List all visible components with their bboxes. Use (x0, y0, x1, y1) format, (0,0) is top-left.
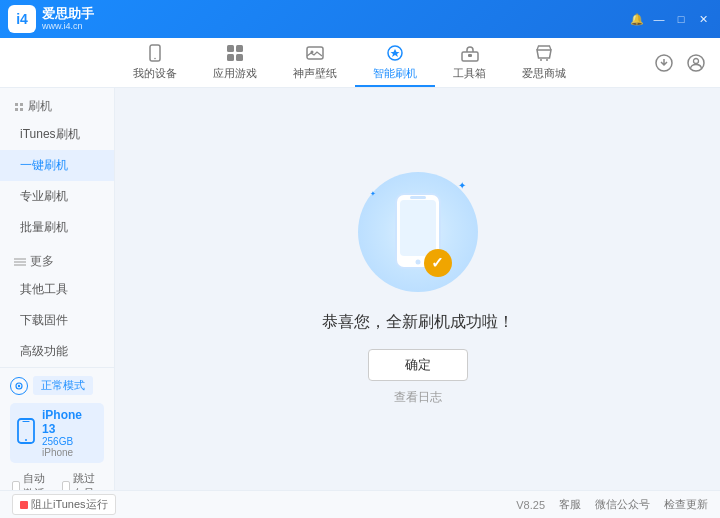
svg-rect-31 (410, 196, 426, 199)
sidebar-item-pro-flash[interactable]: 专业刷机 (0, 181, 114, 212)
confirm-button[interactable]: 确定 (368, 349, 468, 381)
content-area: ✦ ✦ ✓ 恭喜您，全新刷机成功啦！ 确定 查看日志 (115, 88, 720, 490)
app-logo: i4 爱思助手 www.i4.cn (8, 5, 94, 33)
success-message: 恭喜您，全新刷机成功啦！ (322, 312, 514, 333)
sidebar-item-other-tools[interactable]: 其他工具 (0, 274, 114, 305)
checkbox-box-skip[interactable] (62, 481, 70, 491)
close-button[interactable]: ✕ (694, 10, 712, 28)
mode-icon (10, 377, 28, 395)
sparkle-top-right: ✦ (458, 180, 466, 191)
support-link[interactable]: 客服 (559, 497, 581, 512)
footer: 阻止iTunes运行 V8.25 客服 微信公众号 检查更新 (0, 490, 720, 518)
svg-point-12 (546, 59, 548, 61)
sidebar-item-itunes-flash[interactable]: iTunes刷机 (0, 119, 114, 150)
phone-illustration: ✓ (392, 192, 444, 273)
nav-item-smart-flash[interactable]: 智能刷机 (355, 38, 435, 87)
svg-rect-19 (20, 108, 23, 111)
device-mode: 正常模式 (10, 376, 104, 395)
device-icon (144, 42, 166, 64)
sidebar-item-advanced[interactable]: 高级功能 (0, 336, 114, 367)
nav-item-my-device[interactable]: 我的设备 (115, 38, 195, 87)
smart-flash-icon (384, 42, 406, 64)
skip-guide-checkbox[interactable]: 跳过向导 (62, 471, 102, 490)
maximize-button[interactable]: □ (672, 10, 690, 28)
svg-rect-3 (236, 45, 243, 52)
sidebar-item-batch-flash[interactable]: 批量刷机 (0, 212, 114, 243)
check-update-link[interactable]: 检查更新 (664, 497, 708, 512)
check-badge: ✓ (424, 249, 452, 277)
nav-item-store[interactable]: 爱思商城 (504, 38, 584, 87)
nav-bar: 我的设备 应用游戏 神声壁纸 智能 (0, 38, 720, 88)
sparkle-top-left: ✦ (370, 190, 376, 198)
footer-left: 阻止iTunes运行 (12, 494, 116, 515)
svg-rect-2 (227, 45, 234, 52)
user-nav-icon[interactable] (684, 51, 708, 75)
view-log-link[interactable]: 查看日志 (394, 389, 442, 406)
footer-right: V8.25 客服 微信公众号 检查更新 (516, 497, 708, 512)
logo-icon: i4 (8, 5, 36, 33)
device-details: iPhone 13 256GB iPhone (42, 408, 98, 458)
svg-rect-16 (15, 103, 18, 106)
nav-item-wallpaper[interactable]: 神声壁纸 (275, 38, 355, 87)
wechat-link[interactable]: 微信公众号 (595, 497, 650, 512)
success-circle: ✦ ✦ ✓ (358, 172, 478, 292)
nav-item-apps[interactable]: 应用游戏 (195, 38, 275, 87)
window-controls: 🔔 — □ ✕ (628, 10, 712, 28)
version-label: V8.25 (516, 499, 545, 511)
svg-rect-4 (227, 54, 234, 61)
svg-point-15 (694, 58, 699, 63)
sidebar: 刷机 iTunes刷机 一键刷机 专业刷机 批量刷机 更多 其他工具 下载固件 (0, 88, 115, 490)
auto-activate-checkbox[interactable]: 自动激活 (12, 471, 52, 490)
wallpaper-icon (304, 42, 326, 64)
apps-icon (224, 42, 246, 64)
svg-rect-29 (400, 200, 436, 256)
toolbox-icon (459, 42, 481, 64)
device-panel: 正常模式 iPhone 13 256GB iPhone (0, 367, 114, 490)
svg-rect-17 (20, 103, 23, 106)
notification-icon[interactable]: 🔔 (628, 10, 646, 28)
nav-right-actions (652, 38, 720, 87)
sidebar-item-onekey-flash[interactable]: 一键刷机 (0, 150, 114, 181)
svg-point-30 (415, 259, 420, 264)
minimize-button[interactable]: — (650, 10, 668, 28)
svg-point-11 (540, 59, 542, 61)
logo-text: 爱思助手 www.i4.cn (42, 6, 94, 32)
store-icon (533, 42, 555, 64)
svg-rect-18 (15, 108, 18, 111)
device-info: iPhone 13 256GB iPhone (10, 403, 104, 463)
stop-icon (20, 501, 28, 509)
svg-point-26 (25, 439, 27, 441)
svg-point-1 (154, 58, 156, 60)
checkbox-box-activate[interactable] (12, 481, 20, 491)
device-checkboxes: 自动激活 跳过向导 (10, 471, 104, 490)
download-nav-icon[interactable] (652, 51, 676, 75)
stop-itunes-button[interactable]: 阻止iTunes运行 (12, 494, 116, 515)
svg-rect-10 (468, 54, 472, 57)
main-layout: 刷机 iTunes刷机 一键刷机 专业刷机 批量刷机 更多 其他工具 下载固件 (0, 88, 720, 490)
svg-point-24 (18, 384, 20, 386)
svg-rect-5 (236, 54, 243, 61)
svg-rect-6 (307, 47, 323, 59)
sidebar-section-more: 更多 (0, 243, 114, 274)
sidebar-section-flash: 刷机 (0, 88, 114, 119)
title-bar: i4 爱思助手 www.i4.cn 🔔 — □ ✕ (0, 0, 720, 38)
phone-icon (16, 418, 36, 449)
sidebar-item-download-fw[interactable]: 下载固件 (0, 305, 114, 336)
nav-item-toolbox[interactable]: 工具箱 (435, 38, 504, 87)
